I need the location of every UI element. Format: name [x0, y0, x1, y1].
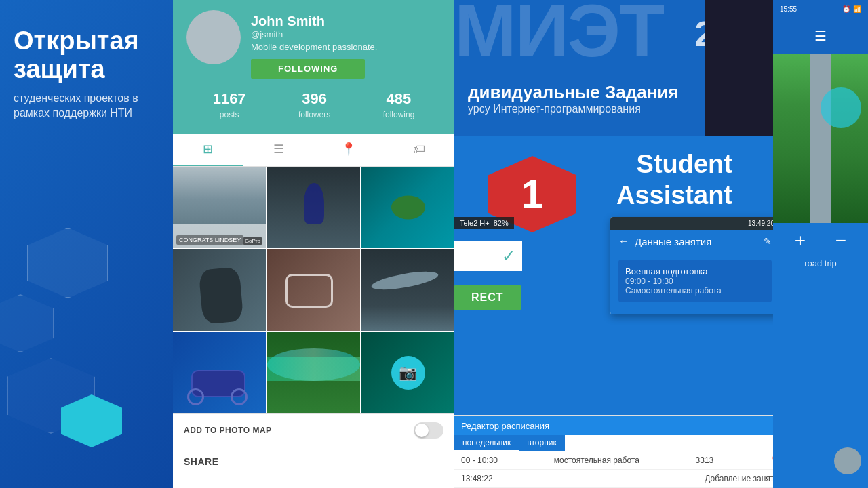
schedule-card: 13:49:20 ← Данные занятия ✎ Военная подг… — [610, 217, 780, 314]
instagram-camera-icon: 📷 — [391, 356, 425, 390]
plus-button[interactable]: + — [795, 230, 806, 251]
top-right-strip — [705, 0, 773, 136]
schedule-day-mon[interactable]: понедельник — [454, 435, 519, 451]
photo-cell-5[interactable] — [267, 249, 360, 331]
schedule-row-2: 13:48:22 Добавление занят... — [454, 470, 787, 488]
right-panel: 15:55 ⏰ 📶 ☰ + − road trip — [773, 0, 868, 488]
row-time2: 13:48:22 — [461, 474, 493, 483]
photo-inner-6 — [361, 249, 454, 331]
minus-button[interactable]: − — [835, 230, 846, 251]
tag-icon: 🏷 — [413, 142, 425, 157]
photo-cell-9[interactable]: 📷 — [361, 332, 454, 413]
photo-inner-5 — [267, 249, 360, 331]
schedule-card-time: 13:49:20 — [610, 217, 780, 230]
left-title: Открытая защита — [14, 27, 159, 84]
menu-bar: ☰ — [773, 18, 868, 54]
road-trip-label: road trip — [773, 258, 868, 268]
row-label: мостоятельная работа — [554, 455, 639, 465]
tab-list[interactable]: ☰ — [243, 134, 314, 166]
instagram-header: John Smith @jsmith Mobile development pa… — [173, 0, 454, 134]
photo-inner-1: CONGRATS LINDSEY GoPro — [173, 167, 266, 248]
schedule-header-title: ← Данные занятия — [618, 235, 711, 247]
posts-count: 1167 — [213, 90, 246, 108]
photo-inner-3 — [361, 167, 454, 248]
map-area — [773, 54, 868, 223]
tab-tag[interactable]: 🏷 — [384, 134, 454, 166]
profile-bio: Mobile development passionate. — [251, 42, 377, 52]
photo-map-toggle[interactable] — [414, 422, 443, 439]
photo-cell-2[interactable] — [267, 167, 360, 248]
tab-location[interactable]: 📍 — [314, 134, 384, 166]
schedule-item-type: Самостоятельная работа — [625, 286, 765, 296]
photo-cell-1[interactable]: CONGRATS LINDSEY GoPro — [173, 167, 266, 248]
checkmark-icon: ✓ — [502, 247, 515, 266]
following-label: following — [383, 110, 415, 119]
correct-button[interactable]: RECT — [454, 285, 521, 310]
schedule-bottom-title: Редактор расписания — [461, 421, 549, 431]
photo-cell-8[interactable] — [267, 332, 360, 413]
miet-logo: МИЭТ — [454, 0, 663, 68]
back-icon[interactable]: ← — [618, 235, 629, 247]
alarm-icon: ⏰ — [842, 5, 850, 13]
profile-info: John Smith @jsmith Mobile development pa… — [251, 10, 377, 79]
signal-icon: 📶 — [853, 5, 861, 13]
left-subtitle: студенческих проектов в рамках поддержки… — [14, 91, 159, 121]
photo-map-label: ADD TO PHOTO MAP — [184, 426, 272, 435]
tele2-status-bar: Tele2 H+ 82% — [454, 217, 514, 229]
status-time: 15:55 — [780, 5, 797, 13]
followers-count: 396 — [298, 90, 330, 108]
following-count: 485 — [383, 90, 415, 108]
title-line2: Assistant — [616, 180, 732, 211]
map-road — [810, 54, 831, 223]
correct-button-container: RECT — [454, 285, 521, 310]
hex-decoration-2 — [0, 294, 54, 352]
schedule-bottom: Редактор расписания ⋮ понедельник вторни… — [454, 415, 787, 488]
photo-label-1: CONGRATS LINDSEY — [176, 235, 243, 245]
photo-inner-8 — [267, 332, 360, 413]
schedule-item-1: Военная подготовка 09:00 - 10:30 Самосто… — [618, 260, 772, 302]
left-panel: Открытая защита студенческих проектов в … — [0, 0, 173, 488]
posts-stat: 1167 posts — [213, 90, 246, 120]
photo-inner-2 — [267, 167, 360, 248]
badge-number: 1 — [521, 171, 543, 218]
battery-text: 82% — [494, 219, 509, 227]
schedule-content: Военная подготовка 09:00 - 10:30 Самосто… — [610, 253, 780, 314]
instagram-panel: John Smith @jsmith Mobile development pa… — [173, 0, 454, 488]
student-assistant-title: Student Assistant — [616, 149, 732, 211]
posts-label: posts — [220, 110, 239, 119]
row-num: 3313 — [696, 455, 714, 465]
photo-inner-7 — [173, 332, 266, 413]
grid-icon: ⊞ — [203, 142, 213, 157]
correct-area: ✓ — [454, 241, 522, 271]
hamburger-button[interactable]: ☰ — [777, 22, 864, 49]
photo-cell-4[interactable] — [173, 249, 266, 331]
share-label: SHARE — [184, 456, 219, 467]
schedule-bottom-header: Редактор расписания ⋮ — [454, 416, 787, 435]
photo-inner-4 — [173, 249, 266, 331]
followers-label: followers — [298, 110, 330, 119]
toggle-knob — [415, 424, 429, 437]
schedule-day-tue[interactable]: вторник — [519, 435, 564, 451]
photo-map-bar: ADD TO PHOTO MAP — [173, 413, 454, 447]
photo-cell-7[interactable] — [173, 332, 266, 413]
edit-icon[interactable]: ✎ — [764, 236, 772, 247]
status-icons: ⏰ 📶 — [842, 5, 861, 13]
hamburger-icon: ☰ — [814, 28, 827, 44]
row-label2: Добавление занят... — [705, 474, 780, 483]
avatar — [186, 10, 241, 64]
profile-top: John Smith @jsmith Mobile development pa… — [186, 10, 441, 79]
followers-stat: 396 followers — [298, 90, 330, 120]
person-avatar — [834, 447, 861, 474]
right-panel-header: 15:55 ⏰ 📶 — [773, 0, 868, 18]
profile-name: John Smith — [251, 14, 377, 29]
photo-cell-6[interactable] — [361, 249, 454, 331]
plus-minus-row: + − — [773, 223, 868, 258]
tab-grid[interactable]: ⊞ — [173, 134, 243, 166]
carrier-text: Tele2 H+ — [460, 219, 490, 227]
title-line1: Student — [616, 149, 732, 180]
photo-cell-3[interactable] — [361, 167, 454, 248]
row-time: 00 - 10:30 — [461, 455, 498, 465]
follow-button[interactable]: FOLLOWING — [251, 59, 365, 79]
hex-decoration-1 — [27, 228, 108, 298]
photo-grid: CONGRATS LINDSEY GoPro — [173, 167, 454, 413]
